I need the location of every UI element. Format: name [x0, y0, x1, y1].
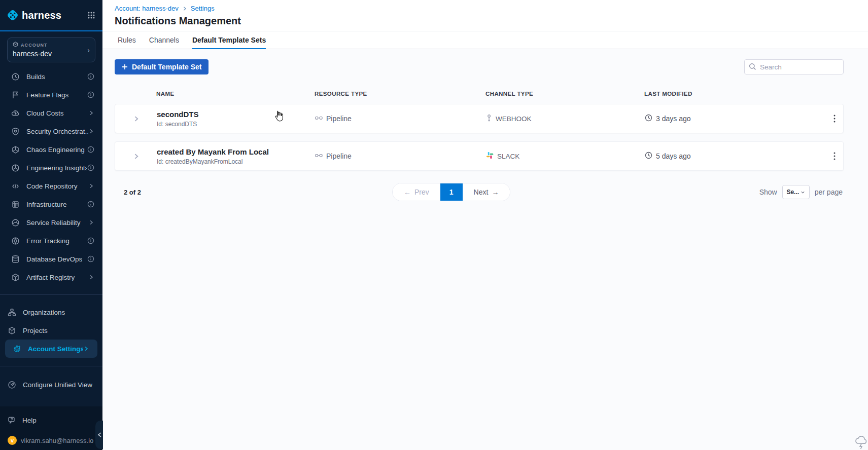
results-summary: 2 of 2 — [124, 189, 141, 196]
sidebar-item-service-reliability[interactable]: Service Reliability — [0, 213, 102, 232]
info-icon[interactable] — [87, 73, 94, 80]
sidebar-item-organizations[interactable]: Organizations — [0, 303, 102, 321]
info-icon[interactable] — [87, 201, 94, 208]
sidebar-footer: Help v vikram.sahu@harness.io — [0, 406, 102, 450]
breadcrumb-settings-link[interactable]: Settings — [191, 5, 215, 12]
account-icon — [13, 42, 18, 48]
chevron-right-icon — [88, 110, 94, 116]
pagination-row: 2 of 2 ← Prev 1 Next → Show Se... per pa — [115, 183, 844, 201]
row-menu-button[interactable] — [826, 152, 843, 160]
last-modified-value: 5 days ago — [656, 152, 691, 160]
chevron-right-icon — [182, 6, 187, 11]
logo-text: harness — [22, 10, 61, 21]
sidebar-item-configure-unified-view[interactable]: Configure Unified View — [0, 376, 102, 394]
pipeline-icon — [315, 115, 323, 123]
sidebar-item-code-repository[interactable]: Code Repository — [0, 177, 102, 195]
chevron-right-icon — [88, 183, 94, 189]
user-email: vikram.sahu@harness.io — [21, 437, 93, 444]
feature-flags-icon — [11, 91, 20, 99]
chevron-down-icon — [801, 190, 805, 195]
sidebar-nav-secondary: Organizations Projects Account Settings — [0, 303, 102, 358]
row-expander-icon[interactable] — [115, 153, 157, 160]
show-label: Show — [759, 188, 777, 196]
sidebar-item-infrastructure[interactable]: Infrastructure — [0, 195, 102, 213]
chaos-engineering-icon — [11, 145, 20, 154]
chevron-right-icon — [88, 219, 94, 226]
sidebar-collapse-handle[interactable] — [95, 421, 103, 449]
tab-channels[interactable]: Channels — [149, 31, 179, 49]
channel-type-value: SLACK — [497, 153, 519, 160]
prev-page-button[interactable]: ← Prev — [393, 183, 440, 201]
account-switcher[interactable]: ACCOUNT harness-dev › — [7, 38, 95, 62]
sidebar-item-error-tracking[interactable]: Error Tracking — [0, 232, 102, 250]
gear-icon — [13, 345, 21, 353]
user-account-row[interactable]: v vikram.sahu@harness.io — [0, 434, 102, 447]
tab-rules[interactable]: Rules — [118, 31, 136, 49]
app-grid-icon[interactable] — [87, 11, 95, 19]
last-modified-value: 3 days ago — [656, 115, 691, 123]
tab-bar: Rules Channels Default Template Sets — [102, 31, 868, 49]
builds-icon — [11, 72, 20, 81]
table-row[interactable]: created By Mayank From Local Id: created… — [115, 141, 844, 171]
sidebar-item-database-devops[interactable]: Database DevOps — [0, 250, 102, 268]
row-expander-icon[interactable] — [115, 116, 157, 122]
info-icon[interactable] — [87, 146, 94, 153]
chevron-right-icon — [83, 346, 89, 352]
logo-row: harness — [0, 0, 102, 30]
info-icon[interactable] — [87, 255, 94, 262]
channel-type-value: WEBHOOK — [496, 115, 532, 123]
row-id: Id: secondDTS — [157, 121, 315, 128]
arrow-right-icon: → — [492, 188, 499, 196]
page-header: Account: harness-dev Settings Notificati… — [102, 0, 868, 31]
wrench-icon — [8, 381, 16, 389]
sidebar-item-artifact-registry[interactable]: Artifact Registry — [0, 268, 102, 286]
database-icon — [11, 255, 20, 264]
per-page-label: per page — [815, 188, 843, 196]
resource-type-value: Pipeline — [326, 152, 352, 160]
search-box — [744, 59, 844, 74]
row-menu-button[interactable] — [826, 115, 843, 123]
cloud-lightning-doodle — [854, 435, 868, 450]
page-size-select[interactable]: Se... — [782, 185, 810, 199]
code-repository-icon — [11, 182, 20, 191]
chevron-right-icon — [88, 274, 94, 280]
sidebar: harness ACCOUNT harness-dev › Builds Fea… — [0, 0, 102, 450]
sidebar-item-account-settings[interactable]: Account Settings — [5, 340, 97, 358]
sidebar-item-chaos-engineering[interactable]: Chaos Engineering — [0, 140, 102, 159]
info-icon[interactable] — [87, 237, 94, 244]
pipeline-icon — [315, 152, 323, 160]
error-tracking-icon — [11, 237, 20, 245]
chevron-right-icon: › — [87, 46, 90, 54]
avatar: v — [8, 436, 17, 445]
row-name: secondDTS — [157, 110, 315, 119]
tab-default-template-sets[interactable]: Default Template Sets — [192, 31, 266, 49]
next-page-button[interactable]: Next → — [463, 183, 510, 201]
sidebar-item-builds[interactable]: Builds — [0, 67, 102, 86]
clock-icon — [645, 152, 652, 161]
info-icon[interactable] — [87, 164, 94, 171]
search-input[interactable] — [744, 59, 844, 74]
artifact-registry-icon — [11, 273, 20, 282]
breadcrumb-account-link[interactable]: Account: harness-dev — [115, 5, 179, 12]
harness-logo-icon — [6, 9, 19, 22]
table-row[interactable]: secondDTS Id: secondDTS Pipeline WEBHOOK… — [115, 104, 844, 133]
row-name: created By Mayank From Local — [157, 147, 315, 156]
sidebar-item-engineering-insights[interactable]: Engineering Insights — [0, 159, 102, 177]
webhook-icon — [486, 114, 492, 124]
account-value: harness-dev — [13, 50, 90, 58]
sidebar-nav-tertiary: Configure Unified View — [0, 376, 102, 394]
sidebar-item-security-orchestration[interactable]: Security Orchestrat... — [0, 122, 102, 140]
sidebar-item-feature-flags[interactable]: Feature Flags — [0, 86, 102, 104]
service-reliability-icon — [11, 218, 20, 227]
sidebar-item-projects[interactable]: Projects — [0, 321, 102, 340]
help-button[interactable]: Help — [0, 414, 102, 427]
info-icon[interactable] — [87, 91, 94, 98]
plus-icon — [122, 64, 128, 70]
column-header-resource-type: RESOURCE TYPE — [315, 91, 485, 97]
sidebar-item-cloud-costs[interactable]: Cloud Costs — [0, 104, 102, 122]
column-header-channel-type: CHANNEL TYPE — [485, 91, 644, 97]
header-accent-rule — [0, 30, 102, 31]
new-default-template-set-button[interactable]: Default Template Set — [115, 59, 209, 74]
row-id: Id: createdByMayankFromLocal — [157, 158, 315, 165]
page-1-button[interactable]: 1 — [440, 183, 463, 201]
